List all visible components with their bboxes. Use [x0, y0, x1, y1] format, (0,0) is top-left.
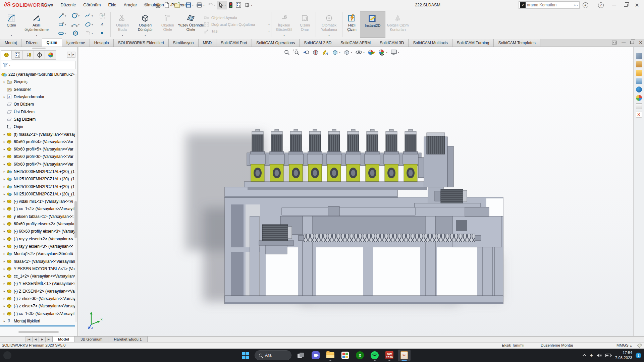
tree-item[interactable]: ▸Montaj İlişkileri [0, 317, 77, 325]
xbox-icon[interactable]: x [354, 350, 366, 361]
assembly-model[interactable] [79, 47, 633, 336]
polygon-tool[interactable] [69, 29, 82, 38]
view-settings-icon[interactable]: ▾ [390, 49, 399, 55]
display-style-icon[interactable]: ▾ [343, 49, 352, 56]
search-icon[interactable]: ⌕ [574, 3, 576, 7]
offset-on-surface-button[interactable]: Yüzey Üzerinde Ötele [178, 11, 204, 38]
resources-icon[interactable] [636, 53, 642, 59]
dimxpertmanager-tab[interactable] [34, 50, 45, 60]
tab-simülasyon[interactable]: Simülasyon [168, 39, 199, 47]
clock[interactable]: 17:547.03.2023 [615, 350, 632, 360]
tree-item[interactable]: ▸(-) ray y ekseni<2> (Varsayılan<< [0, 235, 77, 243]
command-search[interactable]: > ⌕ ▾ [519, 1, 580, 9]
expand-arrow-icon[interactable]: ▸ [2, 275, 7, 278]
sketch-button[interactable]: Çizim▾ [2, 11, 21, 38]
expand-arrow-icon[interactable]: ▸ [2, 297, 7, 300]
taskbar-search[interactable]: Ara [254, 350, 292, 361]
view-palette-icon[interactable] [636, 78, 642, 84]
expand-arrow-icon[interactable]: ▸ [2, 133, 7, 136]
scenes-icon[interactable] [636, 95, 642, 101]
settings-gear-icon[interactable]: ▾ [243, 1, 253, 9]
graphics-viewport[interactable]: A ▾ ▾ ▾ ▾ ▾ x z [79, 47, 633, 336]
hide-show-icon[interactable]: ▾ [355, 50, 365, 55]
spotify-icon[interactable] [368, 350, 381, 361]
expand-arrow-icon[interactable]: ▸ [2, 319, 7, 323]
file-explorer-icon[interactable] [636, 70, 642, 76]
expand-arrow-icon[interactable]: ▸ [2, 140, 7, 143]
search-dropdown-icon[interactable]: ▾ [577, 4, 578, 7]
tree-item[interactable]: ▸NH251000EMN2PCZ1AL+(20)_(13 [0, 168, 77, 175]
tree-item[interactable]: ▸60x60 profil<7> (Varsayılan<<Var [0, 161, 77, 168]
solidworks-2020-icon[interactable]: SW2020 [383, 350, 396, 361]
tree-item[interactable]: ▸(-) cc_1<3> (Varsayılan<<Varsayıl [0, 310, 77, 317]
tab-prev-icon[interactable]: ◀ [32, 337, 39, 342]
expand-arrow-icon[interactable]: ▸ [2, 80, 7, 83]
displaymanager-tab[interactable] [45, 50, 56, 60]
line-tool[interactable]: ▾ [55, 11, 69, 20]
tab-i̇şaretleme[interactable]: İşaretleme [62, 39, 90, 47]
tree-item[interactable]: ▸NH251000EMN2PCZ1AL+(20)_(13 [0, 183, 77, 190]
tab-solidcam-multiaxis[interactable]: SolidCAM Multiaxis [408, 39, 452, 47]
options-list-icon[interactable] [234, 1, 243, 9]
zoom-fit-icon[interactable] [284, 49, 290, 56]
expand-arrow-icon[interactable]: ▸ [2, 222, 7, 226]
expand-arrow-icon[interactable]: ▸ [2, 290, 7, 293]
tab-next-icon[interactable]: ▶ [39, 337, 46, 342]
smart-dimension-button[interactable]: Akıllı ölçümlendirme▾ [21, 11, 52, 38]
widgets-icon[interactable] [3, 351, 11, 359]
file-explorer-icon[interactable] [324, 350, 337, 361]
custom-properties-icon[interactable] [636, 103, 642, 109]
tree-item[interactable]: ▸Geçmiş [0, 78, 77, 85]
point-tool[interactable] [96, 29, 109, 38]
expand-arrow-icon[interactable]: ▸ [2, 170, 7, 173]
rapid-sketch-button[interactable]: Hızlı Çizim [344, 11, 360, 38]
tab-montaj[interactable]: Montaj [0, 39, 21, 47]
expand-arrow-icon[interactable]: ▸ [2, 215, 7, 218]
print-icon[interactable]: ▾ [195, 1, 206, 9]
tab-first-icon[interactable]: |◀ [25, 337, 32, 342]
tab-mbd[interactable]: MBD [198, 39, 217, 47]
tab-solidcam-operations[interactable]: SolidCAM Operations [252, 39, 300, 47]
microsoft-store-icon[interactable] [339, 350, 352, 361]
propertymanager-tab[interactable] [12, 50, 23, 60]
expand-arrow-icon[interactable]: ▸ [2, 267, 7, 270]
pin-icon[interactable] [143, 2, 148, 8]
doc-close-icon[interactable]: ✕ [639, 40, 643, 45]
tree-item[interactable]: ▸60x60 profil<4> (Varsayılan<<Var [0, 138, 77, 145]
tab-düzen[interactable]: Düzen [21, 39, 42, 47]
tree-item[interactable]: Ön Düzlem [0, 101, 77, 108]
filter-dropdown-icon[interactable]: ▾ [9, 64, 10, 67]
menu-ekle[interactable]: Ekle [104, 0, 120, 10]
rectangle-tool[interactable]: ▾ [55, 20, 69, 29]
spline-tool[interactable]: ▾ [82, 11, 96, 20]
featuremanager-tab[interactable] [1, 50, 12, 60]
airplane-icon[interactable]: ✈ [590, 353, 593, 358]
tab-hesapla[interactable]: Hesapla [90, 39, 114, 47]
expand-arrow-icon[interactable]: ▸ [2, 200, 7, 203]
tree-item[interactable]: ▸Y EKSEN MOTOR TABLA<1> (Vars [0, 265, 77, 273]
menu-görünüm[interactable]: Görünüm [79, 0, 104, 10]
doc-restore-icon[interactable] [630, 40, 634, 45]
appearances-icon[interactable] [636, 86, 642, 93]
expand-arrow-icon[interactable]: ▸ [2, 252, 7, 255]
design-library-icon[interactable] [636, 61, 642, 67]
tree-item[interactable]: Orijin [0, 123, 77, 130]
task-view-button[interactable] [294, 350, 307, 361]
open-icon[interactable]: ▾ [173, 1, 184, 9]
tree-item[interactable]: ▸60x60 profily eksen<2> (Varsayıla [0, 220, 77, 228]
slot-tool[interactable]: ▾ [55, 29, 69, 38]
tree-item[interactable]: ▸60x60 profil<6> (Varsayılan<<Var [0, 153, 77, 160]
configurationmanager-tab[interactable] [23, 50, 34, 60]
tree-item[interactable]: ▸NH251000EMN2PCZ1AL+(20)_(13 [0, 175, 77, 183]
close-icon[interactable]: ✕ [636, 112, 642, 118]
rebuild-icon[interactable] [228, 1, 234, 9]
edit-appearance-icon[interactable] [368, 49, 375, 56]
close-button[interactable]: ✕ [631, 0, 643, 10]
expand-arrow-icon[interactable]: ▸ [2, 192, 7, 196]
tab-solidcam-3d[interactable]: SolidCAM 3D [375, 39, 409, 47]
doctab-hareket-etüdü-1[interactable]: Hareket Etüdü 1 [108, 337, 147, 342]
doc-minimize-icon[interactable]: — [622, 40, 626, 45]
tree-filter[interactable]: ▾ [1, 61, 75, 69]
apply-scene-icon[interactable]: ▾ [378, 49, 387, 56]
convert-entities-button[interactable]: Objeleri Dönüştür▾ [133, 11, 158, 38]
